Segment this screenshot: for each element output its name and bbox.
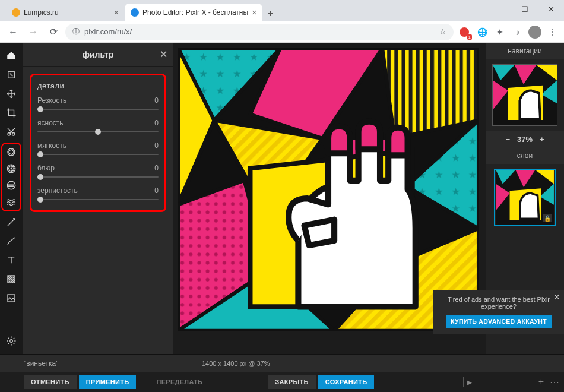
save-button[interactable]: СОХРАНИТЬ: [318, 375, 375, 389]
close-icon[interactable]: ×: [114, 8, 119, 17]
arrange-icon[interactable]: [2, 84, 21, 103]
toggle-panel-icon[interactable]: ▸: [463, 377, 476, 387]
window-controls: — ☐ ✕: [486, 0, 564, 18]
browser-tab[interactable]: Photo Editor: Pixlr X - бесплатны ×: [125, 4, 262, 21]
close-button[interactable]: ЗАКРЫТЬ: [268, 375, 315, 389]
extension-adblock-icon[interactable]: 1: [457, 25, 471, 39]
slider-blur[interactable]: блюр0: [37, 164, 159, 181]
resize-icon[interactable]: [2, 65, 21, 84]
left-toolbar: [0, 43, 23, 354]
liquify-icon[interactable]: [2, 194, 20, 210]
new-tab-button[interactable]: +: [262, 6, 278, 21]
draw-icon[interactable]: [2, 232, 21, 251]
browser-toolbar: ← → ⟳ ⓘ pixlr.com/ru/x/ ☆ 1 🌐 ✦ ♪ ⋮: [0, 21, 564, 43]
filter-icon[interactable]: [2, 160, 20, 177]
minimize-button[interactable]: —: [486, 0, 512, 18]
undo-button[interactable]: ОТМЕНИТЬ: [24, 375, 77, 389]
panel-title: фильтр: [83, 50, 114, 59]
heal-icon[interactable]: [2, 213, 21, 232]
slider-softness[interactable]: мягкость0: [37, 141, 159, 158]
apply-button[interactable]: ПРИМЕНИТЬ: [79, 375, 137, 389]
profile-avatar[interactable]: [528, 26, 541, 39]
crop-icon[interactable]: [2, 103, 21, 122]
redo-button[interactable]: ПЕРЕДЕЛАТЬ: [149, 375, 210, 389]
pixlr-app: фильтр ✕ детали Резкость0 ясность0 мягко…: [0, 43, 564, 392]
back-button[interactable]: ←: [5, 24, 21, 40]
close-icon[interactable]: ×: [252, 8, 256, 17]
navigator-header: навигации: [486, 43, 564, 59]
browser-tab[interactable]: Lumpics.ru ×: [6, 4, 125, 21]
vignette-label[interactable]: "виньетка": [24, 359, 58, 368]
address-bar[interactable]: ⓘ pixlr.com/ru/x/ ☆: [65, 24, 454, 40]
svg-rect-16: [8, 295, 15, 302]
close-popup-icon[interactable]: ✕: [553, 292, 560, 302]
zoom-value: 37%: [517, 135, 533, 144]
reload-button[interactable]: ⟳: [45, 24, 62, 40]
section-title: детали: [37, 81, 159, 90]
layer-options-icon[interactable]: ⋯: [550, 377, 559, 388]
slider-sharpness[interactable]: Резкость0: [37, 96, 159, 113]
highlighted-tool-group: [1, 143, 21, 211]
zoom-control: − 37% +: [486, 131, 564, 147]
extension-music-icon[interactable]: ♪: [511, 25, 525, 39]
maximize-button[interactable]: ☐: [512, 0, 538, 18]
layers-header: слои: [486, 147, 564, 164]
extensions-icon[interactable]: ✦: [493, 25, 507, 39]
zoom-in-button[interactable]: +: [540, 135, 544, 144]
cut-icon[interactable]: [2, 122, 21, 141]
svg-point-11: [12, 166, 14, 167]
tab-title: Lumpics.ru: [24, 8, 59, 17]
layer-thumbnail[interactable]: 🔒: [494, 169, 556, 226]
svg-point-17: [10, 340, 13, 343]
browser-tabstrip: Lumpics.ru × Photo Editor: Pixlr X - бес…: [0, 0, 564, 21]
extension-globe-icon[interactable]: 🌐: [475, 25, 489, 39]
navigator-thumbnail[interactable]: [492, 64, 557, 126]
svg-point-9: [14, 168, 15, 169]
artwork: ★: [178, 48, 479, 331]
slider-grain[interactable]: зернистость0: [37, 186, 159, 203]
text-icon[interactable]: [2, 251, 21, 270]
add-layer-icon[interactable]: +: [538, 377, 544, 387]
popup-text: Tired of ads and want the best Pixlr exp…: [439, 296, 558, 310]
svg-point-12: [9, 170, 10, 171]
svg-point-13: [12, 170, 14, 171]
canvas-image: ★: [178, 48, 479, 331]
forward-button[interactable]: →: [25, 24, 42, 40]
site-info-icon[interactable]: ⓘ: [72, 27, 80, 37]
favicon-icon: [12, 8, 20, 17]
action-bar: ОТМЕНИТЬ ПРИМЕНИТЬ ПЕРЕДЕЛАТЬ ЗАКРЫТЬ СО…: [0, 372, 564, 392]
zoom-out-button[interactable]: −: [505, 135, 510, 144]
settings-icon[interactable]: [2, 331, 21, 350]
svg-point-6: [11, 166, 12, 167]
lock-icon[interactable]: 🔒: [543, 214, 552, 222]
tab-title: Photo Editor: Pixlr X - бесплатны: [142, 8, 248, 17]
close-panel-icon[interactable]: ✕: [160, 49, 167, 60]
favicon-icon: [131, 8, 139, 17]
canvas-dimensions: 1400 x 1400 px @ 37%: [202, 360, 270, 367]
svg-point-5: [11, 168, 12, 169]
panel-header: фильтр ✕: [23, 43, 173, 67]
close-window-button[interactable]: ✕: [538, 0, 564, 18]
menu-icon[interactable]: ⋮: [545, 25, 559, 39]
buy-advanced-button[interactable]: КУПИТЬ ADVANCED АККАУНТ: [446, 315, 552, 328]
frame-icon[interactable]: [2, 289, 21, 308]
slider-clarity[interactable]: ясность0: [37, 119, 159, 135]
upgrade-popup: ✕ Tired of ads and want the best Pixlr e…: [433, 290, 564, 334]
fill-icon[interactable]: [2, 270, 21, 289]
vignette-row: "виньетка" 1400 x 1400 px @ 37%: [0, 354, 564, 372]
filter-panel: фильтр ✕ детали Резкость0 ясность0 мягко…: [23, 43, 173, 354]
home-icon[interactable]: [2, 46, 21, 65]
adjust-icon[interactable]: [2, 144, 20, 160]
url-text: pixlr.com/ru/x/: [84, 27, 132, 36]
detail-icon[interactable]: [2, 177, 20, 194]
svg-point-7: [11, 171, 12, 172]
svg-point-8: [8, 168, 9, 169]
svg-point-10: [9, 166, 10, 167]
star-icon[interactable]: ☆: [439, 27, 446, 36]
details-section: детали Резкость0 ясность0 мягкость0 блюр…: [30, 74, 166, 212]
